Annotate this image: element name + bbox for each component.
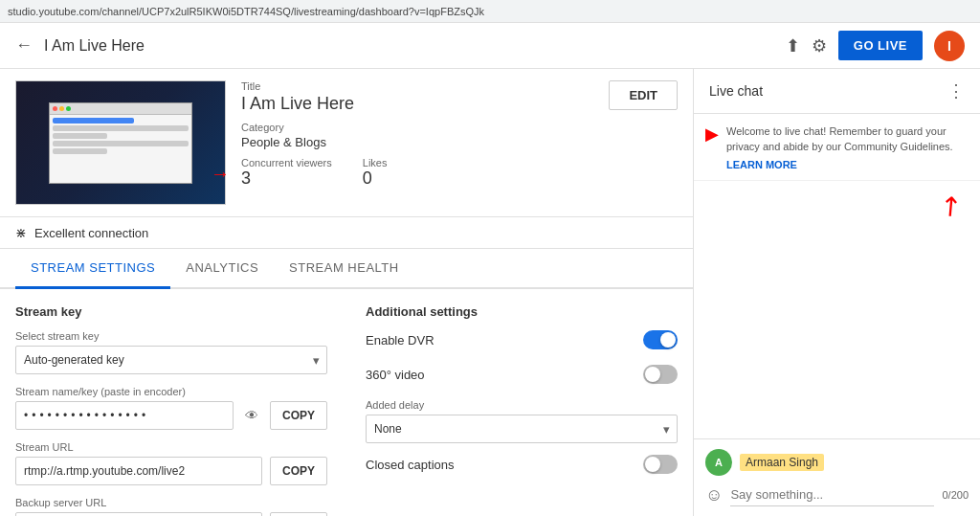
emoji-icon[interactable]: ☺: [705, 485, 723, 505]
360-setting-row: 360° video: [366, 365, 678, 384]
backup-url-label: Backup server URL: [15, 497, 327, 508]
preview-bar-blue: [53, 118, 134, 123]
preview-bar-1: [53, 125, 189, 131]
settings-icon[interactable]: ⚙: [812, 35, 827, 56]
chat-input[interactable]: [730, 483, 934, 506]
stream-key-label: Stream name/key (paste in encoder): [15, 386, 327, 397]
char-count: 0/200: [942, 489, 969, 501]
learn-more-link[interactable]: LEARN MORE: [726, 159, 969, 170]
dvr-toggle[interactable]: [643, 330, 678, 349]
chat-notice-text: Welcome to live chat! Remember to guard …: [726, 125, 953, 152]
dvr-label: Enable DVR: [366, 333, 434, 348]
share-icon[interactable]: ⬆: [786, 35, 800, 56]
preview-bar-3: [53, 148, 107, 154]
captions-label: Closed captions: [366, 458, 455, 472]
preview-bar-2: [53, 141, 189, 146]
stats-row: Concurrent viewers 3 Likes 0: [241, 157, 678, 189]
captions-setting-row: Closed captions: [366, 455, 678, 474]
back-icon[interactable]: ←: [15, 35, 33, 56]
stream-url-label: Stream URL: [15, 441, 327, 453]
video360-toggle[interactable]: [643, 365, 678, 384]
chat-user-name: Armaan Singh: [740, 454, 824, 471]
additional-settings-title: Additional settings: [366, 304, 678, 319]
connection-label: Excellent connection: [34, 226, 148, 240]
chat-header: Live chat ⋮: [694, 69, 980, 114]
chat-title: Live chat: [709, 83, 763, 99]
chat-area: ↗: [694, 181, 980, 438]
top-bar-right: ⬆ ⚙ GO LIVE I: [786, 31, 965, 61]
youtube-icon: ▶: [705, 123, 719, 170]
right-panel: Live chat ⋮ ▶ Welcome to live chat! Reme…: [693, 69, 980, 516]
top-bar: ← I Am Live Here ⬆ ⚙ GO LIVE I: [0, 23, 980, 69]
right-col: Additional settings Enable DVR 360° vide…: [366, 304, 678, 516]
stream-meta: Title I Am Live Here Category People & B…: [241, 80, 354, 157]
edit-button[interactable]: EDIT: [609, 80, 678, 110]
backup-url-row: COPY: [15, 512, 327, 516]
dvr-toggle-knob: [660, 332, 676, 348]
left-col: Stream key Select stream key Auto-genera…: [15, 304, 327, 516]
red-arrow-chat: ↗: [931, 187, 969, 225]
content-area: PREVIEW: [0, 69, 693, 516]
likes-value: 0: [363, 168, 388, 189]
chat-more-icon[interactable]: ⋮: [947, 80, 965, 101]
stream-key-row: 👁 COPY: [15, 401, 327, 430]
likes-label: Likes: [363, 157, 388, 168]
stream-key-section-title: Stream key: [15, 304, 327, 319]
preview-box: PREVIEW: [15, 80, 226, 205]
stream-key-select[interactable]: Auto-generated key: [15, 346, 327, 374]
chat-user-avatar: A: [705, 449, 732, 476]
dot-green: [66, 106, 71, 111]
chat-notice-content: Welcome to live chat! Remember to guard …: [726, 123, 969, 170]
stream-category: People & Blogs: [241, 135, 354, 149]
connection-bar: ⋇ Excellent connection: [0, 217, 693, 249]
page-title: I Am Live Here: [44, 37, 145, 55]
main-layout: PREVIEW: [0, 69, 980, 516]
concurrent-label: Concurrent viewers: [241, 157, 332, 168]
tab-stream-health[interactable]: STREAM HEALTH: [274, 249, 414, 289]
go-live-button[interactable]: GO LIVE: [838, 31, 923, 60]
copy-key-button[interactable]: COPY: [270, 401, 327, 430]
stream-url-row: COPY: [15, 457, 327, 485]
video360-label: 360° video: [366, 368, 425, 382]
delay-select[interactable]: None: [366, 415, 678, 443]
info-top-row: Title I Am Live Here Category People & B…: [241, 80, 678, 157]
stream-key-select-wrapper: Auto-generated key ▾: [15, 346, 327, 374]
avatar[interactable]: I: [934, 31, 965, 61]
select-stream-key-label: Select stream key: [15, 330, 327, 342]
tab-stream-settings[interactable]: STREAM SETTINGS: [15, 249, 170, 289]
captions-toggle-knob: [645, 457, 660, 472]
video360-toggle-knob: [645, 367, 660, 382]
preview-screen-header: [50, 103, 191, 115]
captions-toggle[interactable]: [643, 455, 678, 474]
stream-key-input[interactable]: [15, 401, 234, 430]
added-delay-section: Added delay None ▾: [366, 399, 678, 443]
title-label: Title: [241, 80, 354, 92]
concurrent-value: 3: [241, 168, 332, 189]
url-text: studio.youtube.com/channel/UCP7x2ulR5IKW…: [8, 6, 484, 17]
copy-backup-button[interactable]: COPY: [270, 512, 327, 516]
preview-info-row: PREVIEW: [0, 69, 693, 217]
added-delay-label: Added delay: [366, 399, 678, 411]
stream-title: I Am Live Here: [241, 94, 354, 114]
url-bar: studio.youtube.com/channel/UCP7x2ulR5IKW…: [0, 0, 980, 23]
chat-user-row: A Armaan Singh: [705, 449, 969, 476]
preview-bar-short: [53, 133, 107, 139]
dot-red: [53, 106, 57, 111]
likes-stat: Likes 0: [363, 157, 388, 189]
top-bar-left: ← I Am Live Here: [15, 35, 786, 56]
backup-url-input[interactable]: [15, 512, 262, 516]
stream-url-input[interactable]: [15, 457, 262, 485]
dvr-setting-row: Enable DVR: [366, 330, 678, 349]
tab-analytics[interactable]: ANALYTICS: [170, 249, 274, 289]
copy-url-button[interactable]: COPY: [270, 457, 327, 485]
concurrent-viewers: Concurrent viewers 3: [241, 157, 332, 189]
stream-settings-panel: Stream key Select stream key Auto-genera…: [0, 289, 693, 516]
tabs-bar: STREAM SETTINGS ANALYTICS STREAM HEALTH: [0, 249, 693, 289]
stream-info: Title I Am Live Here Category People & B…: [241, 80, 678, 205]
chat-notice: ▶ Welcome to live chat! Remember to guar…: [694, 114, 980, 181]
dot-yellow: [59, 106, 64, 111]
chat-input-row: ☺ 0/200: [705, 483, 969, 506]
eye-icon[interactable]: 👁: [241, 408, 262, 423]
red-arrow-preview: ←: [211, 163, 230, 185]
category-label: Category: [241, 122, 354, 133]
